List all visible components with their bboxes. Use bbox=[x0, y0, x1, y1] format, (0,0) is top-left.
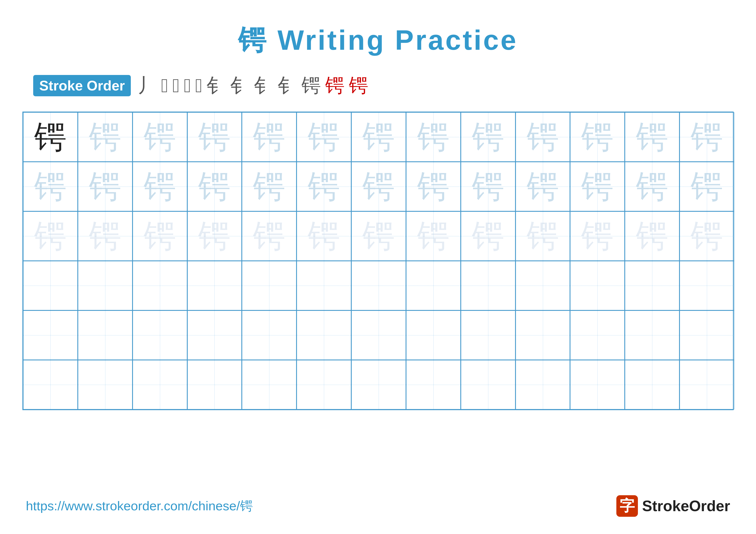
grid-cell: 锷 bbox=[516, 112, 570, 162]
char-light: 锷 bbox=[691, 170, 723, 203]
grid-cell-empty bbox=[461, 360, 516, 410]
char-dark: 锷 bbox=[34, 121, 67, 153]
grid-cell-empty bbox=[78, 261, 133, 310]
char-light: 锷 bbox=[581, 170, 613, 203]
grid-cell: 锷 bbox=[461, 112, 516, 162]
char-lighter: 锷 bbox=[472, 220, 504, 252]
grid-cell: 锷 bbox=[23, 162, 78, 211]
grid-cell-empty bbox=[297, 360, 351, 410]
grid-cell-empty bbox=[406, 261, 461, 310]
stroke-steps: 丿 𠂇 𠃊 𠃌 𠄌 钅 钅 钅 钅 锷 锷 锷 bbox=[137, 72, 368, 99]
grid-cell: 锷 bbox=[680, 112, 734, 162]
stroke-step-1: 丿 bbox=[137, 72, 157, 99]
grid-cell-empty bbox=[187, 310, 242, 360]
char-lighter: 锷 bbox=[198, 220, 230, 252]
grid-cell: 锷 bbox=[187, 112, 242, 162]
grid-row-4 bbox=[23, 261, 733, 310]
stroke-step-5: 𠄌 bbox=[195, 75, 202, 97]
grid-cell: 锷 bbox=[133, 162, 187, 211]
grid-cell: 锷 bbox=[133, 112, 187, 162]
grid-cell: 锷 bbox=[351, 112, 406, 162]
grid-cell-empty bbox=[570, 360, 625, 410]
grid-row-2: 锷 锷 锷 锷 锷 锷 锷 锷 锷 锷 锷 锷 锷 bbox=[23, 162, 733, 211]
grid-cell-empty bbox=[78, 310, 133, 360]
grid-cell-empty bbox=[23, 360, 78, 410]
grid-cell: 锷 bbox=[133, 211, 187, 261]
grid-cell-empty bbox=[242, 310, 297, 360]
logo-icon: 字 bbox=[616, 495, 638, 517]
grid-cell-empty bbox=[133, 261, 187, 310]
char-light: 锷 bbox=[581, 121, 613, 153]
grid-cell: 锷 bbox=[406, 162, 461, 211]
char-light: 锷 bbox=[253, 170, 285, 203]
grid-cell: 锷 bbox=[570, 112, 625, 162]
stroke-step-3: 𠃊 bbox=[173, 75, 179, 97]
grid-cell-empty bbox=[570, 261, 625, 310]
grid-cell: 锷 bbox=[680, 211, 734, 261]
grid-cell-empty bbox=[680, 261, 734, 310]
page: 锷 Writing Practice Stroke Order 丿 𠂇 𠃊 𠃌 … bbox=[0, 0, 756, 534]
footer: https://www.strokeorder.com/chinese/锷 字 … bbox=[0, 495, 756, 517]
char-light: 锷 bbox=[472, 170, 504, 203]
grid-cell-empty bbox=[461, 310, 516, 360]
char-light: 锷 bbox=[34, 170, 67, 203]
char-lighter: 锷 bbox=[363, 220, 395, 252]
char-light: 锷 bbox=[636, 170, 668, 203]
grid-cell-empty bbox=[625, 261, 680, 310]
grid-cell-empty bbox=[23, 310, 78, 360]
grid-row-1: 锷 锷 锷 锷 锷 锷 锷 锷 锷 锷 锷 锷 锷 bbox=[23, 112, 733, 162]
grid-cell: 锷 bbox=[78, 112, 133, 162]
footer-url: https://www.strokeorder.com/chinese/锷 bbox=[26, 497, 253, 515]
grid-cell-empty bbox=[242, 261, 297, 310]
page-title: 锷 Writing Practice bbox=[238, 21, 518, 60]
grid-cell: 锷 bbox=[297, 211, 351, 261]
grid-cell: 锷 bbox=[461, 211, 516, 261]
grid-cell-empty bbox=[625, 310, 680, 360]
grid-cell: 锷 bbox=[625, 211, 680, 261]
grid-cell: 锷 bbox=[461, 162, 516, 211]
footer-logo: 字 StrokeOrder bbox=[616, 495, 730, 517]
char-lighter: 锷 bbox=[144, 220, 176, 252]
char-light: 锷 bbox=[363, 170, 395, 203]
grid-cell-empty bbox=[78, 360, 133, 410]
grid-cell: 锷 bbox=[23, 211, 78, 261]
grid-cell: 锷 bbox=[351, 211, 406, 261]
logo-text: StrokeOrder bbox=[642, 497, 730, 515]
char-light: 锷 bbox=[691, 121, 723, 153]
stroke-step-4: 𠃌 bbox=[184, 75, 191, 97]
char-light: 锷 bbox=[417, 170, 449, 203]
char-light: 锷 bbox=[472, 121, 504, 153]
grid-cell: 锷 bbox=[187, 162, 242, 211]
logo-char: 字 bbox=[620, 496, 635, 516]
grid-cell: 锷 bbox=[78, 211, 133, 261]
stroke-step-8: 钅 bbox=[254, 72, 274, 99]
grid-cell-empty bbox=[297, 310, 351, 360]
grid-cell-empty bbox=[187, 261, 242, 310]
grid-cell: 锷 bbox=[242, 112, 297, 162]
stroke-order-row: Stroke Order 丿 𠂇 𠃊 𠃌 𠄌 钅 钅 钅 钅 锷 锷 锷 bbox=[33, 72, 723, 99]
char-lighter: 锷 bbox=[581, 220, 613, 252]
grid-cell: 锷 bbox=[351, 162, 406, 211]
char-lighter: 锷 bbox=[417, 220, 449, 252]
grid-cell-empty bbox=[625, 360, 680, 410]
grid-cell: 锷 bbox=[406, 112, 461, 162]
char-light: 锷 bbox=[253, 121, 285, 153]
char-light: 锷 bbox=[527, 170, 559, 203]
grid-cell-empty bbox=[351, 310, 406, 360]
grid-cell-empty bbox=[516, 360, 570, 410]
char-light: 锷 bbox=[417, 121, 449, 153]
grid-cell-empty bbox=[406, 310, 461, 360]
grid-cell: 锷 bbox=[516, 211, 570, 261]
char-light: 锷 bbox=[363, 121, 395, 153]
grid-cell: 锷 bbox=[242, 162, 297, 211]
stroke-step-10: 锷 bbox=[302, 72, 321, 99]
char-light: 锷 bbox=[308, 121, 340, 153]
grid-cell: 锷 bbox=[78, 162, 133, 211]
grid-cell-empty bbox=[516, 261, 570, 310]
grid-cell-empty bbox=[187, 360, 242, 410]
grid-cell-empty bbox=[351, 360, 406, 410]
char-light: 锷 bbox=[89, 121, 121, 153]
grid-cell-empty bbox=[133, 360, 187, 410]
grid-row-5 bbox=[23, 310, 733, 360]
char-light: 锷 bbox=[198, 170, 230, 203]
